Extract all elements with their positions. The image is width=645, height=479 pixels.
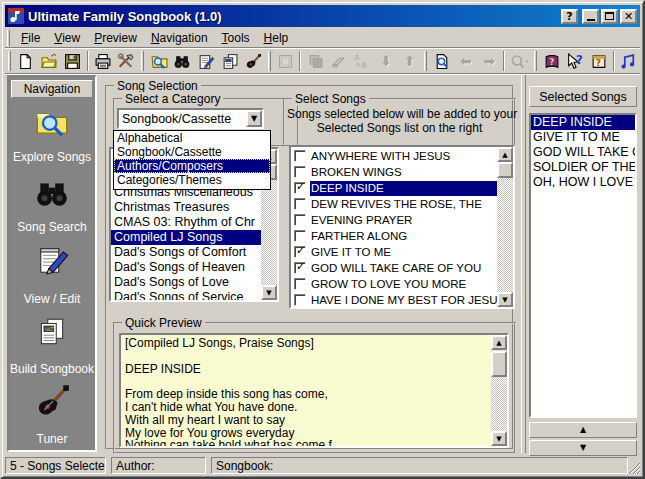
sort-ab-button[interactable]: AB — [351, 50, 375, 72]
help-contents-button[interactable]: ? — [540, 50, 564, 72]
category-dropdown-list[interactable]: Alphabetical Songbook/Cassette Authors/C… — [113, 130, 271, 190]
dropdown-option[interactable]: Categories/Themes — [114, 173, 270, 187]
category-combobox[interactable]: Songbook/Cassette ▼ — [117, 108, 264, 129]
sidebar-item-view-edit[interactable] — [9, 243, 95, 283]
quick-preview-textarea[interactable]: [Compiled LJ Songs, Praise Songs]DEEP IN… — [119, 333, 509, 448]
category-list-item[interactable]: Christmas Treasures — [111, 200, 261, 215]
song-checkbox[interactable] — [294, 262, 306, 274]
category-list-item[interactable]: CMAS 03: Rhythm of Chr — [111, 215, 261, 230]
song-title[interactable]: ANYWHERE WITH JESUS — [310, 149, 497, 164]
view-edit-button[interactable] — [194, 50, 218, 72]
toolbar-gripper[interactable] — [8, 51, 11, 71]
copy-mode-button[interactable] — [303, 50, 327, 72]
sidebar-label-build-songbook[interactable]: Build Songbook — [9, 359, 95, 377]
sidebar-item-tuner[interactable] — [9, 383, 95, 423]
selected-song-item[interactable]: GOD WILL TAKE CAF — [531, 145, 635, 160]
song-search-button[interactable] — [171, 50, 195, 72]
song-title[interactable]: GOD WILL TAKE CARE OF YOU — [310, 261, 497, 276]
combobox-dropdown-button[interactable]: ▼ — [246, 110, 262, 127]
song-title[interactable]: EVENING PRAYER — [310, 213, 497, 228]
sidebar-item-song-search[interactable] — [9, 176, 95, 214]
song-checkbox[interactable] — [294, 278, 306, 290]
sidebar-label-song-search[interactable]: Song Search — [9, 217, 95, 235]
print-preview-button[interactable] — [430, 50, 454, 72]
toolbar-gripper[interactable] — [141, 51, 144, 71]
move-down-button[interactable]: ⬇ — [374, 50, 398, 72]
category-list-item[interactable]: Dad's Songs of Love — [111, 275, 261, 290]
song-checkbox[interactable] — [294, 150, 306, 162]
move-song-down-button[interactable]: ▼ — [529, 440, 637, 456]
scroll-thumb[interactable] — [491, 351, 507, 377]
dropdown-option[interactable]: Songbook/Cassette — [114, 145, 270, 159]
forward-button[interactable]: ➡ — [478, 50, 502, 72]
song-title[interactable]: DEW REVIVES THE ROSE, THE — [310, 197, 497, 212]
back-button[interactable]: ⬅ — [454, 50, 478, 72]
category-list-item[interactable]: Dad's Songs of Heaven — [111, 260, 261, 275]
song-checkbox[interactable] — [294, 230, 306, 242]
minimize-button[interactable] — [582, 9, 599, 24]
selected-song-item[interactable]: OH, HOW I LOVE JES — [531, 175, 635, 190]
menu-navigation[interactable]: Navigation — [144, 29, 215, 47]
song-checkbox[interactable] — [294, 246, 306, 258]
new-button[interactable] — [14, 50, 38, 72]
explore-songs-button[interactable] — [147, 50, 171, 72]
song-checkbox[interactable] — [294, 294, 306, 306]
menu-help[interactable]: Help — [257, 29, 296, 47]
navigation-header-button[interactable]: Navigation — [11, 80, 93, 98]
selected-songs-listbox[interactable]: DEEP INSIDE GIVE IT TO ME GOD WILL TAKE … — [529, 113, 637, 418]
menu-file[interactable]: File — [14, 29, 47, 47]
scroll-down-icon[interactable]: ▼ — [261, 285, 277, 300]
menu-tools[interactable]: Tools — [215, 29, 257, 47]
toolbar-gripper[interactable] — [534, 51, 537, 71]
menu-view[interactable]: View — [47, 29, 87, 47]
song-checkbox[interactable] — [294, 166, 306, 178]
scroll-up-icon[interactable]: ▲ — [497, 147, 513, 162]
menu-preview[interactable]: Preview — [87, 29, 144, 47]
song-checklist-row[interactable]: EVENING PRAYER — [291, 212, 497, 228]
toolbar-gripper[interactable] — [424, 51, 427, 71]
sidebar-label-view-edit[interactable]: View / Edit — [9, 289, 95, 307]
song-checkbox[interactable] — [294, 198, 306, 210]
scroll-down-icon[interactable]: ▼ — [491, 431, 507, 446]
menu-gripper[interactable] — [7, 30, 10, 46]
category-list-item[interactable]: Dad's Songs of Service — [111, 290, 261, 302]
category-list-item[interactable]: Compiled LJ Songs — [111, 230, 261, 245]
song-title[interactable]: GIVE IT TO ME — [310, 245, 497, 260]
help-topics-button[interactable]: ? — [587, 50, 611, 72]
resize-grip[interactable] — [627, 461, 640, 474]
dropdown-option[interactable]: Authors/Composers — [114, 159, 270, 173]
help-button[interactable]: ? — [561, 9, 578, 24]
song-checklist-row[interactable]: DEW REVIVES THE ROSE, THE — [291, 196, 497, 212]
song-title[interactable]: FARTHER ALONG — [310, 229, 497, 244]
build-songbook-button[interactable] — [218, 50, 242, 72]
scroll-thumb[interactable] — [497, 162, 513, 178]
song-checklist-row[interactable]: DEEP INSIDE — [291, 180, 497, 196]
category-list-item[interactable]: Dad's Songs of Comfort — [111, 245, 261, 260]
song-checklist-row[interactable]: FARTHER ALONG — [291, 228, 497, 244]
selected-song-item[interactable]: GIVE IT TO ME — [531, 130, 635, 145]
sidebar-item-explore-songs[interactable] — [9, 105, 95, 145]
options-button[interactable] — [114, 50, 138, 72]
song-checklist-row[interactable]: HAVE I DONE MY BEST FOR JESUS — [291, 292, 497, 308]
zoom-button[interactable] — [507, 50, 531, 72]
preview-scrollbar[interactable]: ▲ ▼ — [491, 335, 507, 446]
print-button[interactable] — [91, 50, 115, 72]
toolbar-gripper[interactable] — [268, 51, 271, 71]
erase-button[interactable] — [327, 50, 351, 72]
close-button[interactable]: ✕ — [620, 9, 637, 24]
song-title[interactable]: DEEP INSIDE — [310, 181, 497, 196]
song-checkbox[interactable] — [294, 214, 306, 226]
tuner-button[interactable] — [241, 50, 265, 72]
song-checklist-row[interactable]: BROKEN WINGS — [291, 164, 497, 180]
sidebar-item-build-songbook[interactable]: ULT — [9, 315, 95, 353]
maximize-button[interactable] — [601, 9, 618, 24]
scroll-up-icon[interactable]: ▲ — [491, 335, 507, 350]
song-checklist-row[interactable]: GIVE IT TO ME — [291, 244, 497, 260]
save-button[interactable] — [61, 50, 85, 72]
scroll-down-icon[interactable]: ▼ — [497, 292, 513, 307]
song-checklist-row[interactable]: GROW TO LOVE YOU MORE — [291, 276, 497, 292]
song-title[interactable]: GROW TO LOVE YOU MORE — [310, 277, 497, 292]
songs-checklist[interactable]: ANYWHERE WITH JESUS BROKEN WINGS DEEP IN… — [289, 145, 515, 309]
selected-song-item[interactable]: SOLDIER OF THE CR — [531, 160, 635, 175]
open-button[interactable] — [38, 50, 62, 72]
